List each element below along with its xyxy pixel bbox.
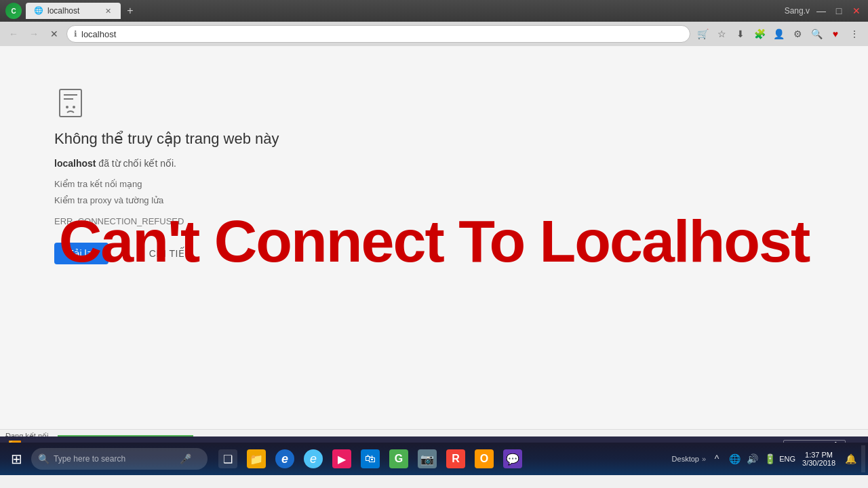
nav-bar: ← → ✕ ℹ 🛒 ☆ ⬇ 🧩 👤 ⚙ 🔍 ♥ ⋮	[0, 22, 868, 46]
reload-button[interactable]: ✕	[46, 26, 62, 42]
chat-app-button[interactable]: 💬	[499, 445, 526, 472]
search-input[interactable]	[54, 454, 176, 464]
desktop-chevron: »	[702, 455, 706, 463]
error-suggestions: Kiểm tra kết nối mạng Kiểm tra proxy và …	[54, 176, 279, 208]
details-button[interactable]: CHI TIẾT	[149, 248, 191, 259]
desktop-label: Desktop	[672, 455, 699, 463]
error-buttons: Tải lại CHI TIẾT	[54, 243, 279, 264]
sys-tray: ^ 🌐 🔊 🔋 ENG	[709, 451, 795, 467]
title-bar: C 🌐 localhost ✕ + Sang.v — □ ✕	[0, 0, 868, 22]
minimize-button[interactable]: —	[815, 5, 827, 17]
reload-button[interactable]: Tải lại	[54, 243, 108, 264]
language-indicator[interactable]: ENG	[779, 451, 795, 467]
notification-center-icon[interactable]: 🔔	[842, 451, 859, 467]
edge-button[interactable]: e	[271, 445, 298, 472]
clock-date: 3/30/2018	[802, 459, 835, 467]
suggestion-1: Kiểm tra kết nối mạng	[54, 176, 279, 192]
menu-icon[interactable]: ⋮	[846, 26, 863, 42]
new-tab-button[interactable]: +	[122, 3, 138, 19]
suggestion-2: Kiểm tra proxy và tường lửa	[54, 192, 279, 208]
settings-icon[interactable]: ⚙	[789, 26, 806, 42]
title-bar-left: C 🌐 localhost ✕ +	[5, 3, 138, 19]
maximize-button[interactable]: □	[833, 5, 845, 17]
browser-content: Không thể truy cập trang web này localho…	[0, 46, 868, 429]
tab-bar: 🌐 localhost ✕ +	[26, 3, 138, 19]
clock-time: 1:37 PM	[805, 451, 833, 459]
red-app-button[interactable]: R	[442, 445, 469, 472]
profile-icon[interactable]: 👤	[770, 26, 787, 42]
error-container: Không thể truy cập trang web này localho…	[54, 87, 279, 264]
store-button[interactable]: 🛍	[357, 445, 384, 472]
taskbar-items: ❑ 📁 e e ▶ 🛍 G 📷 R O 💬	[214, 445, 526, 472]
show-desktop-button[interactable]	[861, 445, 865, 472]
green-app-button[interactable]: G	[385, 445, 412, 472]
lock-icon: ℹ	[74, 29, 77, 39]
sad-page-icon	[54, 87, 87, 119]
svg-point-3	[66, 106, 68, 108]
browser-logo: C	[5, 3, 22, 19]
extensions-icon[interactable]: 🧩	[751, 26, 768, 42]
volume-tray-icon[interactable]: 🔊	[744, 451, 760, 467]
error-host: localhost	[54, 158, 96, 169]
media-player-button[interactable]: ▶	[328, 445, 355, 472]
battery-tray-icon[interactable]: 🔋	[762, 451, 778, 467]
tray-chevron[interactable]: ^	[709, 451, 725, 467]
back-button[interactable]: ←	[5, 26, 22, 42]
tab-favicon: 🌐	[34, 6, 43, 16]
search-icon[interactable]: 🔍	[808, 26, 825, 42]
camera-app-button[interactable]: 📷	[414, 445, 441, 472]
file-explorer-button[interactable]: 📁	[243, 445, 270, 472]
active-tab[interactable]: 🌐 localhost ✕	[26, 3, 121, 19]
tab-close-btn[interactable]: ✕	[103, 6, 113, 16]
orange-app-button[interactable]: O	[471, 445, 498, 472]
browser-window: C 🌐 localhost ✕ + Sang.v — □ ✕ ← → ✕ ℹ	[0, 0, 868, 443]
error-title: Không thể truy cập trang web này	[54, 130, 279, 148]
address-input[interactable]	[81, 29, 683, 39]
close-button[interactable]: ✕	[850, 5, 863, 17]
search-icon: 🔍	[38, 453, 50, 464]
cart-icon[interactable]: 🛒	[694, 26, 711, 42]
bookmark-icon[interactable]: ☆	[713, 26, 730, 42]
taskbar: ⊞ 🔍 🎤 ❑ 📁 e e ▶ 🛍 G 📷 R	[0, 443, 868, 475]
nav-icons: 🛒 ☆ ⬇ 🧩 👤 ⚙ 🔍 ♥ ⋮	[694, 26, 863, 42]
task-view-button[interactable]: ❑	[214, 445, 241, 472]
system-clock[interactable]: 1:37 PM 3/30/2018	[798, 451, 840, 467]
heart-icon[interactable]: ♥	[827, 26, 844, 42]
tab-label: localhost	[47, 6, 79, 16]
ie-button[interactable]: e	[300, 445, 327, 472]
error-code: ERR_CONNECTION_REFUSED	[54, 216, 279, 226]
svg-rect-0	[60, 89, 81, 117]
svg-point-4	[73, 106, 75, 108]
address-bar[interactable]: ℹ	[66, 25, 690, 43]
download-icon[interactable]: ⬇	[732, 26, 749, 42]
error-detail: localhost đã từ chối kết nối.	[54, 156, 279, 171]
user-name: Sang.v	[785, 6, 810, 16]
network-tray-icon[interactable]: 🌐	[726, 451, 743, 467]
mic-icon[interactable]: 🎤	[180, 453, 191, 464]
forward-button[interactable]: →	[26, 26, 42, 42]
taskbar-search[interactable]: 🔍 🎤	[31, 448, 208, 470]
title-bar-right: Sang.v — □ ✕	[785, 5, 863, 17]
taskbar-right: Desktop » ^ 🌐 🔊 🔋 ENG 1:37 PM 3/30/2018 …	[672, 445, 865, 472]
start-button[interactable]: ⊞	[3, 445, 30, 472]
